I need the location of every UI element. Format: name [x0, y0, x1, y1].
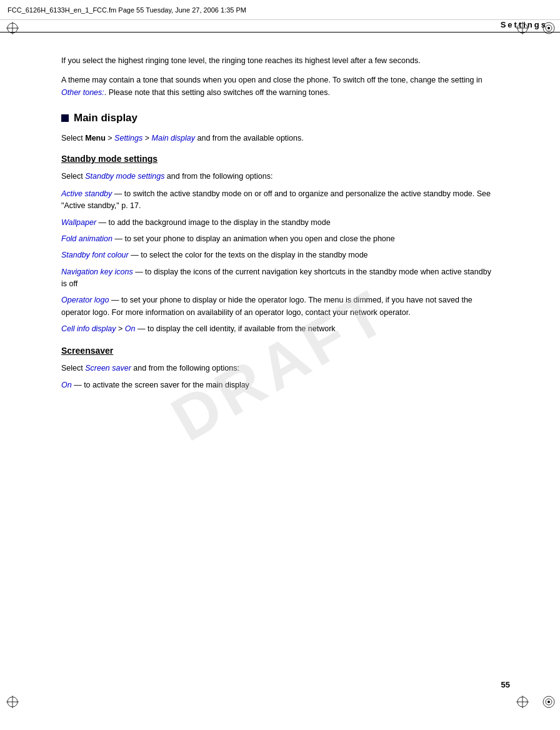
main-display-sep2: >: [142, 134, 151, 142]
main-display-maindisplay: Main display: [152, 134, 195, 142]
option-operator-logo: Operator logo — to set your phone to dis…: [61, 294, 499, 319]
intro-para1: If you select the highest ringing tone l…: [61, 55, 499, 67]
option-cell-info-text: to display the cell identity, if availab…: [148, 324, 336, 333]
option-active-standby-sep: —: [112, 189, 124, 198]
standby-select-end: and from the following options:: [164, 172, 272, 181]
option-operator-logo-text: to set your phone to display or hide the…: [61, 296, 472, 316]
screensaver-select-italic: Screen saver: [85, 364, 131, 372]
intro-para2-start: A theme may contain a tone that sounds w…: [61, 76, 482, 84]
option-wallpaper-text: to add the background image to the displ…: [109, 218, 331, 227]
option-fold-animation: Fold animation — to set your phone to di…: [61, 233, 499, 245]
option-cell-info-gt: >: [116, 324, 125, 333]
main-display-menu: Menu: [85, 134, 106, 142]
option-fold-animation-sep: —: [112, 234, 124, 243]
intro-para2: A theme may contain a tone that sounds w…: [61, 74, 499, 99]
main-display-sep1: >: [106, 134, 114, 142]
screensaver-heading: Screensaver: [61, 344, 499, 358]
option-cell-info-label: Cell info display: [61, 324, 116, 333]
option-fold-animation-text: to set your phone to display an animatio…: [124, 234, 394, 243]
standby-mode-select-line: Select Standby mode settings and from th…: [61, 171, 499, 182]
top-bar-text: FCC_6126H_6133H_en_1_FCC.fm Page 55 Tues…: [8, 6, 246, 14]
option-navigation-key-icons-label: Navigation key icons: [61, 268, 133, 276]
main-display-settings: Settings: [114, 134, 142, 142]
main-display-heading: Main display: [61, 110, 499, 126]
main-display-title: Main display: [74, 110, 138, 126]
top-bar: FCC_6126H_6133H_en_1_FCC.fm Page 55 Tues…: [0, 0, 560, 20]
section-square-icon: [61, 114, 69, 122]
option-navigation-key-icons-sep: —: [133, 268, 145, 276]
option-wallpaper: Wallpaper — to add the background image …: [61, 217, 499, 229]
option-standby-font-colour-sep: —: [129, 251, 141, 259]
option-active-standby-label: Active standby: [61, 189, 112, 198]
svg-point-17: [548, 701, 550, 703]
option-active-standby: Active standby — to switch the active st…: [61, 188, 499, 212]
standby-select-start: Select: [61, 172, 85, 181]
option-standby-font-colour-label: Standby font colour: [61, 251, 129, 259]
screensaver-select-start: Select: [61, 364, 85, 372]
option-wallpaper-label: Wallpaper: [61, 218, 96, 227]
main-display-end: and from the available options.: [195, 134, 304, 142]
option-screensaver-on-sep: —: [72, 381, 84, 389]
screensaver-select-line: Select Screen saver and from the followi…: [61, 362, 499, 374]
option-wallpaper-sep: —: [96, 218, 108, 227]
reg-mark-tr-inner: [516, 22, 529, 34]
option-cell-info-sep: —: [135, 324, 147, 333]
option-screensaver-on: On — to activate the screen saver for th…: [61, 379, 499, 391]
option-standby-font-colour: Standby font colour — to select the colo…: [61, 249, 499, 261]
standby-mode-heading: Standby mode settings: [61, 152, 499, 166]
reg-mark-tr-outer: [542, 22, 555, 34]
svg-point-8: [548, 27, 550, 29]
option-screensaver-on-text: to activate the screen saver for the mai…: [84, 381, 249, 389]
main-display-select-start: Select: [61, 134, 85, 142]
option-cell-info-on: On: [125, 324, 136, 333]
standby-select-italic: Standby mode settings: [85, 172, 164, 181]
reg-mark-br-inner: [516, 696, 529, 708]
option-cell-info-display: Cell info display > On — to display the …: [61, 323, 499, 335]
main-display-select-line: Select Menu > Settings > Main display an…: [61, 132, 499, 144]
reg-mark-bl: [6, 696, 19, 708]
option-screensaver-on-label: On: [61, 381, 72, 389]
intro-para2-end: . Please note that this setting also swi…: [104, 88, 330, 97]
option-active-standby-text: to switch the active standby mode on or …: [61, 189, 491, 210]
option-fold-animation-label: Fold animation: [61, 234, 112, 243]
reg-mark-tl: [6, 22, 19, 34]
option-navigation-key-icons: Navigation key icons — to display the ic…: [61, 266, 499, 291]
page-container: DRAFT FCC_6126H_6133H_en_1_FCC.fm Page 5…: [0, 0, 560, 730]
page-number: 55: [501, 680, 510, 689]
screensaver-select-end: and from the following options:: [131, 364, 239, 372]
intro-para2-link: Other tones:: [61, 88, 104, 97]
option-operator-logo-label: Operator logo: [61, 296, 109, 304]
page-header: Settings: [0, 20, 560, 32]
reg-mark-br-outer: [542, 696, 555, 708]
option-operator-logo-sep: —: [109, 296, 121, 304]
option-standby-font-colour-text: to select the color for the texts on the…: [141, 251, 368, 259]
main-content: If you select the highest ringing tone l…: [11, 42, 549, 421]
